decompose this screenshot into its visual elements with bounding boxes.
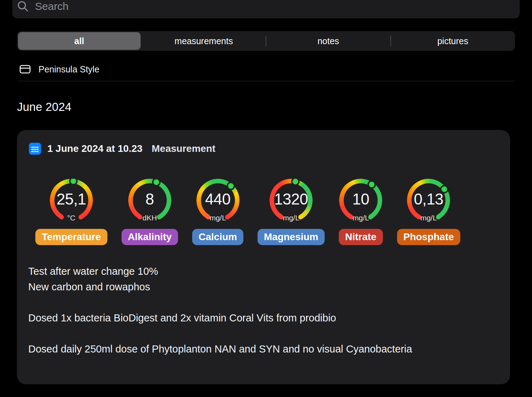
gauge-label: Magnesium bbox=[258, 229, 325, 245]
tank-icon bbox=[19, 64, 31, 74]
gauge-unit: mg/L bbox=[407, 214, 450, 222]
gauge-ring: 0,13 mg/L bbox=[407, 179, 450, 222]
tab-notes[interactable]: notes bbox=[267, 32, 390, 50]
note-text: Test after water change 10% New carbon a… bbox=[28, 263, 497, 357]
tank-row[interactable]: Peninsula Style bbox=[17, 61, 99, 78]
card-type-label: Measurement bbox=[152, 143, 215, 154]
gauge-unit: mg/L bbox=[196, 214, 240, 222]
gauge-unit: mg/L bbox=[270, 214, 313, 222]
gauge-value: 8 bbox=[128, 190, 171, 208]
search-bar[interactable] bbox=[12, 0, 520, 18]
list-divider bbox=[17, 81, 515, 81]
gauge-ring: 440 mg/L bbox=[196, 179, 240, 222]
gauges-scroller[interactable]: 25,1 °C Temperature 8 dKH Alkalinity 440… bbox=[35, 179, 494, 248]
gauge-ring: 25,1 °C bbox=[50, 179, 93, 222]
gauge-label: Calcium bbox=[192, 229, 243, 245]
card-date: 1 June 2024 at 10.23 bbox=[47, 143, 142, 154]
gauge-label: Phosphate bbox=[397, 229, 460, 245]
tank-name: Peninsula Style bbox=[39, 64, 99, 75]
gauge-temperature: 25,1 °C Temperature bbox=[35, 179, 107, 245]
gauge-unit: dKH bbox=[128, 214, 171, 222]
tab-measurements[interactable]: measurements bbox=[143, 32, 265, 50]
search-input[interactable] bbox=[34, 0, 514, 13]
gauge-label: Alkalinity bbox=[122, 229, 178, 245]
search-icon bbox=[17, 0, 29, 13]
segmented-control: allmeasurementsnotespictures bbox=[17, 31, 515, 51]
gauge-nitrate: 10 mg/L Nitrate bbox=[339, 179, 383, 245]
gauge-unit: mg/L bbox=[339, 214, 382, 222]
gauge-ring: 1320 mg/L bbox=[270, 179, 313, 222]
gauge-magnesium: 1320 mg/L Magnesium bbox=[258, 179, 325, 245]
gauge-ring: 10 mg/L bbox=[339, 179, 382, 222]
gauge-value: 0,13 bbox=[407, 190, 450, 208]
segment-divider bbox=[390, 36, 391, 46]
gauge-value: 25,1 bbox=[50, 190, 93, 208]
section-title: June 2024 bbox=[17, 100, 71, 114]
gauge-alkalinity: 8 dKH Alkalinity bbox=[122, 179, 178, 245]
segment-divider bbox=[266, 36, 266, 46]
gauge-value: 440 bbox=[196, 190, 240, 208]
tab-all[interactable]: all bbox=[18, 32, 141, 50]
card-header: 1 June 2024 at 10.23 Measurement bbox=[29, 143, 215, 155]
tab-pictures[interactable]: pictures bbox=[392, 32, 514, 50]
calendar-icon bbox=[29, 143, 41, 155]
gauge-value: 1320 bbox=[270, 190, 313, 208]
gauge-label: Temperature bbox=[35, 229, 107, 245]
gauge-unit: °C bbox=[50, 214, 93, 222]
gauge-calcium: 440 mg/L Calcium bbox=[192, 179, 243, 245]
gauge-label: Nitrate bbox=[339, 229, 383, 245]
gauge-phosphate: 0,13 mg/L Phosphate bbox=[397, 179, 460, 245]
measurement-card[interactable]: 1 June 2024 at 10.23 Measurement 25,1 °C… bbox=[17, 130, 510, 384]
gauge-value: 10 bbox=[339, 190, 382, 208]
gauge-ring: 8 dKH bbox=[128, 179, 171, 222]
